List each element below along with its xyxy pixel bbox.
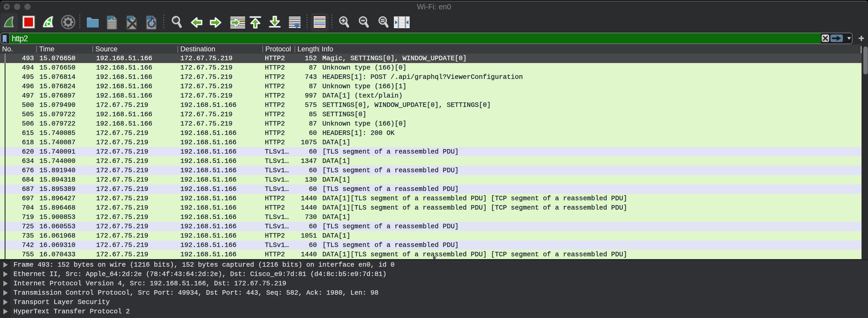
svg-text:01110: 01110 (108, 25, 116, 29)
